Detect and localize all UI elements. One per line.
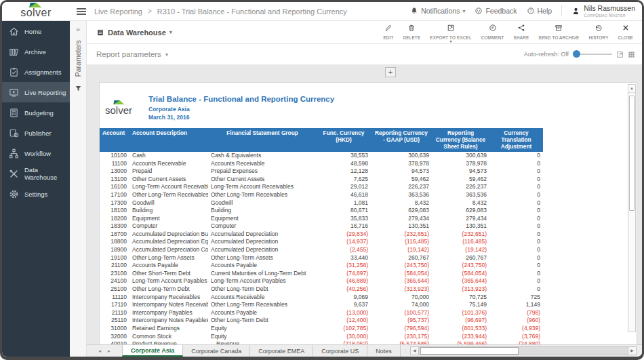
scroll-left-icon[interactable]: ◀: [410, 346, 419, 355]
auto-refresh-slider[interactable]: [573, 51, 612, 58]
cell: 300,639: [432, 152, 489, 160]
table-row: 18800Accumulated Depreciation EquipmentA…: [100, 238, 543, 246]
cell: (365,644): [432, 277, 489, 285]
cell: 46,618: [317, 191, 371, 199]
vertical-scroll-thumb[interactable]: [629, 96, 635, 211]
sheet-tab-corporate-canada[interactable]: Corporate Canada: [183, 345, 250, 357]
cell: 17300: [100, 199, 129, 207]
breadcrumb-section[interactable]: Live Reporting: [94, 7, 142, 16]
data-source-dropdown[interactable]: Data Warehouse ▾: [96, 28, 172, 37]
notifications-label: Notifications: [421, 7, 460, 15]
feedback-button[interactable]: Feedback: [475, 7, 517, 15]
sidebar-item-label: Archive: [24, 48, 46, 56]
sidebar-item-budgeting[interactable]: Budgeting: [2, 102, 70, 123]
sidebar-item-workflow[interactable]: Workflow: [2, 143, 70, 163]
table-row: 10100CashCash & Equivalents38,553300,639…: [100, 152, 543, 160]
cell: (365,644): [371, 277, 432, 285]
cell: 725: [489, 294, 543, 302]
toolbar-actions: EDITDELETEEXPORT TO EXCEL▾COMMENTSHARESE…: [380, 21, 637, 44]
cell: 9,069: [317, 294, 371, 302]
cell: (796,594): [371, 325, 432, 333]
table-header-row: AccountAccount DescriptionFinancial Stat…: [100, 128, 543, 152]
breadcrumb-page: R310 - Trial Balance - Functional and Re…: [157, 7, 347, 16]
export-to-excel-button[interactable]: EXPORT TO EXCEL▾: [426, 21, 475, 44]
expand-panel-icon[interactable]: »: [76, 25, 80, 33]
table-row: 18300ComputerComputer16,716130,351130,35…: [100, 222, 543, 231]
edit-button[interactable]: EDIT: [380, 21, 397, 41]
share-button[interactable]: SHARE: [510, 21, 533, 41]
history-button[interactable]: HISTORY: [585, 21, 611, 41]
cell: 38,553: [317, 152, 371, 160]
cell: (116,485): [432, 238, 489, 246]
data-source-label: Data Warehouse: [108, 28, 166, 37]
solver-logo-text: solver: [20, 7, 52, 18]
cell: Common Stock: [129, 333, 208, 341]
help-label: Help: [538, 7, 552, 15]
settings-icon: [9, 189, 19, 199]
sidebar-item-settings[interactable]: Settings: [2, 184, 70, 204]
comment-button[interactable]: COMMENT: [478, 21, 508, 41]
scroll-right-icon[interactable]: ▶: [628, 346, 637, 355]
cell: 40010: [100, 340, 129, 344]
cell: (13,000): [317, 309, 371, 317]
parameters-panel-label[interactable]: Parameters: [74, 40, 82, 77]
sheet-tab-corporate-us[interactable]: Corporate US: [313, 345, 367, 357]
sheet-tab-corporate-emea[interactable]: Corporate EMEA: [250, 345, 313, 357]
send-to-archive-button[interactable]: SEND TO ARCHIVE: [535, 21, 582, 41]
open-new-window-icon[interactable]: [616, 51, 624, 58]
slider-knob[interactable]: [573, 50, 580, 58]
help-button[interactable]: ? Help: [527, 7, 552, 15]
cell: 74,000: [371, 301, 432, 309]
sidebar-item-publisher[interactable]: Publisher: [2, 123, 70, 143]
history-icon: [595, 22, 603, 35]
sidebar-item-assignments[interactable]: Assignments: [2, 62, 70, 82]
cell: 32000: [100, 333, 129, 341]
user-menu[interactable]: Nils Rasmussen CorpDemo Master: [571, 5, 635, 17]
parameters-panel-collapsed: » Parameters: [70, 21, 87, 357]
cell: Goodwill: [129, 199, 208, 207]
chevron-right-icon: >: [148, 7, 152, 15]
cell: Accounts Payable: [208, 309, 317, 317]
tab-resize-grip[interactable]: ⋮: [401, 345, 410, 357]
action-label: HISTORY: [588, 35, 608, 40]
table-row: 11100Accounts ReceivableAccounts Receiva…: [100, 160, 543, 168]
horizontal-scroll-thumb[interactable]: [420, 347, 519, 355]
menu-icon[interactable]: [77, 7, 86, 16]
delete-icon: [407, 22, 416, 35]
sheet-tabs: Corporate AsiaCorporate CanadaCorporate …: [122, 345, 401, 357]
horizontal-scroll-track[interactable]: [419, 346, 628, 355]
close-icon: [622, 22, 630, 35]
cell: Other Long-Term Debt: [208, 285, 317, 294]
sheet-tab-corporate-asia[interactable]: Corporate Asia: [122, 345, 183, 357]
report-parameters-dropdown[interactable]: Report parameters ▾: [96, 50, 168, 58]
sidebar-item-archive[interactable]: Archive: [2, 41, 70, 62]
close-button[interactable]: CLOSE: [615, 21, 637, 41]
notifications-menu[interactable]: Notifications ▾: [410, 7, 465, 15]
table-row: 25110Intercompany Notes PayablesOther Lo…: [100, 317, 543, 325]
chevron-down-icon: ▾: [169, 29, 172, 35]
vertical-scrollbar[interactable]: ▲: [628, 84, 636, 332]
tab-scroll-right-icon[interactable]: ▸: [108, 348, 110, 354]
table-row: 13000PrepaidPrepaid Expenses12,12894,573…: [100, 167, 543, 176]
column-header-account-description: Account Description: [129, 128, 208, 152]
horizontal-scrollbar[interactable]: ◀ ▶: [410, 346, 637, 355]
add-button[interactable]: +: [385, 67, 396, 77]
cell: Goodwill: [208, 199, 317, 207]
cell: Current Maturities of Long-Term Debt: [208, 270, 317, 278]
cell: 35,833: [317, 215, 371, 223]
sidebar-item-home[interactable]: Home: [2, 21, 70, 41]
scroll-up-icon[interactable]: ▲: [628, 85, 635, 93]
tab-scroll-left-icon[interactable]: ◂: [98, 348, 101, 354]
delete-button[interactable]: DELETE: [400, 21, 424, 41]
cell: Accounts Payable: [129, 262, 208, 270]
filter-icon[interactable]: [75, 85, 82, 92]
sheet-tab-notes[interactable]: Notes: [367, 345, 401, 357]
smiley-icon: [475, 7, 483, 15]
cell: 279,434: [371, 215, 432, 223]
table-row: 18900Accumulated Depreciation ComputerAc…: [100, 246, 543, 254]
cell: (24,880): [489, 340, 543, 344]
sidebar-item-live-reporting[interactable]: Live Reporting: [2, 82, 70, 102]
sidebar-item-data-warehouse[interactable]: Data Warehouse: [2, 163, 70, 184]
help-icon: ?: [527, 7, 535, 15]
grid-view-icon[interactable]: [628, 51, 635, 58]
